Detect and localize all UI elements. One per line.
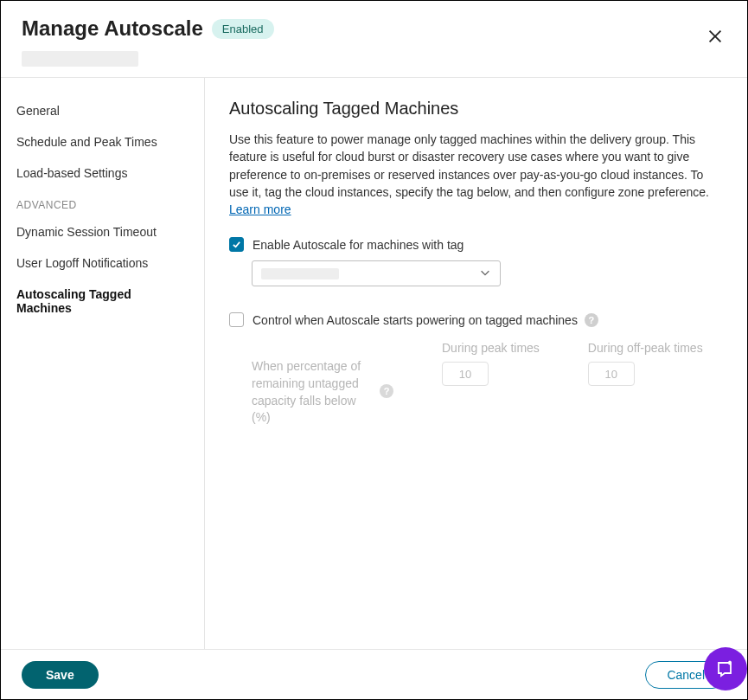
enable-tag-label: Enable Autoscale for machines with tag bbox=[253, 238, 464, 252]
main-panel: Autoscaling Tagged Machines Use this fea… bbox=[205, 78, 747, 649]
help-icon[interactable]: ? bbox=[380, 384, 393, 398]
peak-input[interactable] bbox=[442, 362, 489, 386]
control-row: Control when Autoscale starts powering o… bbox=[229, 312, 723, 327]
threshold-label: When percentage of remaining untagged ca… bbox=[252, 358, 373, 426]
learn-more-link[interactable]: Learn more bbox=[229, 202, 291, 216]
control-checkbox[interactable] bbox=[229, 312, 244, 327]
peak-header: During peak times bbox=[442, 341, 540, 355]
enable-tag-checkbox[interactable] bbox=[229, 237, 244, 252]
offpeak-input[interactable] bbox=[588, 362, 635, 386]
subtitle-redacted bbox=[22, 51, 138, 67]
dialog-header: Manage Autoscale Enabled bbox=[1, 1, 747, 48]
threshold-block: When percentage of remaining untagged ca… bbox=[252, 341, 723, 426]
help-icon[interactable]: ? bbox=[585, 313, 598, 327]
control-label: Control when Autoscale starts powering o… bbox=[253, 313, 578, 327]
sidebar-item-dynamic-timeout[interactable]: Dynamic Session Timeout bbox=[15, 216, 190, 247]
peak-column: During peak times bbox=[442, 341, 540, 386]
page-title: Manage Autoscale bbox=[22, 16, 203, 41]
sidebar-item-load[interactable]: Load-based Settings bbox=[15, 157, 190, 189]
chevron-down-icon bbox=[479, 267, 491, 281]
sidebar: General Schedule and Peak Times Load-bas… bbox=[1, 78, 205, 649]
tag-select-value-redacted bbox=[261, 268, 339, 279]
sidebar-section-advanced: ADVANCED bbox=[15, 189, 190, 216]
dialog-footer: Save Cancel bbox=[1, 649, 747, 699]
offpeak-header: During off-peak times bbox=[588, 341, 703, 355]
close-icon[interactable] bbox=[706, 27, 725, 46]
description-text: Use this feature to power manage only ta… bbox=[229, 132, 709, 199]
tag-select[interactable] bbox=[252, 260, 501, 286]
main-description: Use this feature to power manage only ta… bbox=[229, 131, 723, 218]
status-badge: Enabled bbox=[212, 19, 274, 39]
save-button[interactable]: Save bbox=[22, 661, 99, 689]
offpeak-column: During off-peak times bbox=[588, 341, 703, 386]
sidebar-item-schedule[interactable]: Schedule and Peak Times bbox=[15, 126, 190, 157]
sidebar-item-general[interactable]: General bbox=[15, 95, 190, 126]
help-fab[interactable] bbox=[704, 647, 747, 690]
enable-tag-row: Enable Autoscale for machines with tag bbox=[229, 237, 723, 252]
sidebar-item-autoscaling-tagged[interactable]: Autoscaling Tagged Machines bbox=[15, 279, 190, 324]
main-title: Autoscaling Tagged Machines bbox=[229, 99, 723, 119]
dialog-body: General Schedule and Peak Times Load-bas… bbox=[1, 78, 747, 649]
sidebar-item-logoff-notify[interactable]: User Logoff Notifications bbox=[15, 247, 190, 279]
